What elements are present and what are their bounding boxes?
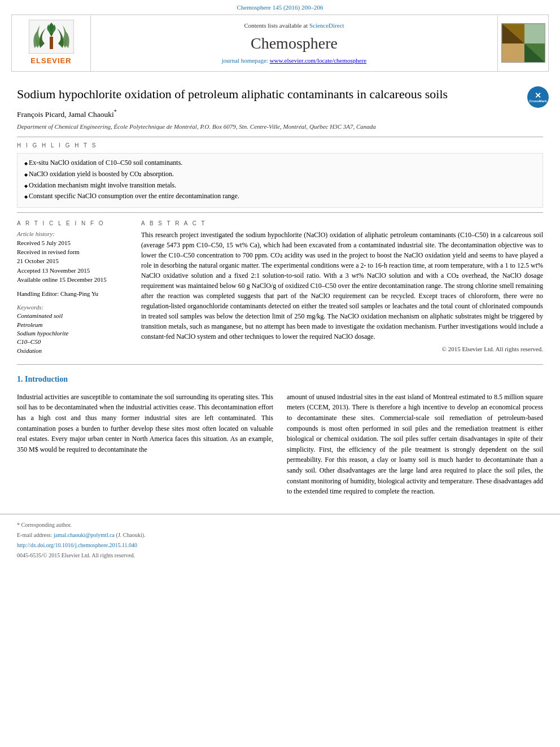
keyword-4: C10–C50 (17, 338, 130, 346)
intro-heading: 1. Introduction (17, 374, 543, 385)
journal-cover-image (501, 23, 545, 63)
intro-columns: Industrial activities are susceptible to… (17, 392, 543, 497)
author-names: François Picard, Jamal Chaouki (17, 110, 114, 119)
handling-editor: Handling Editor: Chang-Ping Yu (17, 290, 130, 298)
accepted-date: Accepted 13 November 2015 (17, 267, 130, 275)
issn-line: 0045-6535/© 2015 Elsevier Ltd. All right… (17, 552, 543, 560)
crossmark-icon[interactable]: ✕ CrossMark (527, 86, 549, 108)
crossmark-badge[interactable]: ✕ CrossMark (527, 86, 549, 108)
journal-homepage: journal homepage: www.elsevier.com/locat… (222, 56, 366, 65)
divider-2 (17, 212, 543, 213)
authors: François Picard, Jamal Chaouki* (17, 108, 543, 120)
email-name: (J. Chaouki). (116, 532, 146, 538)
highlight-item-2: NaClO oxidation yield is boosted by CO₂ … (24, 169, 536, 179)
keywords-label: Keywords: (17, 303, 130, 312)
introduction-section: 1. Introduction Industrial activities ar… (17, 374, 543, 497)
keyword-3: Sodium hypochlorite (17, 329, 130, 338)
article-title: Sodium hypochlorite oxidation of petrole… (17, 86, 543, 103)
elsevier-text: ELSEVIER (30, 56, 71, 66)
highlights-box: Ex-situ NaClO oxidation of C10–C50 soil … (17, 153, 543, 208)
available-date: Available online 15 December 2015 (17, 276, 130, 284)
crossmark-inner: ✕ CrossMark (529, 91, 546, 103)
journal-title: Chemosphere (251, 32, 338, 54)
page-footer: * Corresponding author. E-mail address: … (0, 514, 560, 564)
main-content: Sodium hypochlorite oxidation of petrole… (0, 72, 560, 503)
keywords-section: Keywords: Contaminated soil Petroleum So… (17, 303, 130, 355)
highlights-section: H I G H L I G H T S Ex-situ NaClO oxidat… (17, 142, 543, 208)
doi-link[interactable]: http://dx.doi.org/10.1016/j.chemosphere.… (17, 542, 137, 548)
journal-ref-text: Chemosphere 145 (2016) 200–206 (237, 4, 323, 11)
received-date: Received 5 July 2015 (17, 239, 130, 247)
intro-right-col: amount of unused industrial sites in the… (287, 392, 543, 497)
elsevier-tree-icon (29, 20, 74, 54)
highlight-item-3: Oxidation mechanism might involve transi… (24, 181, 536, 190)
email-link[interactable]: jamal.chaouki@polymtl.ca (54, 532, 115, 538)
revised-label: Received in revised form (17, 248, 130, 256)
journal-reference: Chemosphere 145 (2016) 200–206 (0, 0, 560, 14)
doi-line: http://dx.doi.org/10.1016/j.chemosphere.… (17, 541, 543, 549)
intro-left-text: Industrial activities are susceptible to… (17, 392, 273, 455)
author-asterisk: * (114, 108, 117, 115)
svg-rect-1 (50, 37, 53, 49)
elsevier-logo-area: ELSEVIER (12, 15, 91, 71)
abstract-label: A B S T R A C T (141, 220, 543, 228)
homepage-link[interactable]: www.elsevier.com/locate/chemosphere (270, 57, 367, 64)
email-footnote: E-mail address: jamal.chaouki@polymtl.ca… (17, 531, 543, 539)
elsevier-logo: ELSEVIER (29, 20, 74, 66)
page-container: Chemosphere 145 (2016) 200–206 (0, 0, 560, 564)
article-title-wrapper: Sodium hypochlorite oxidation of petrole… (17, 86, 543, 103)
divider-1 (17, 137, 543, 137)
keyword-1: Contaminated soil (17, 312, 130, 320)
affiliation: Department of Chemical Engineering, Écol… (17, 123, 543, 131)
info-abstract-columns: A R T I C L E I N F O Article history: R… (17, 220, 543, 355)
journal-header: ELSEVIER Contents lists available at Sci… (11, 14, 549, 71)
abstract-column: A B S T R A C T This research project in… (141, 220, 543, 355)
copyright: © 2015 Elsevier Ltd. All rights reserved… (141, 345, 543, 353)
corresponding-author: * Corresponding author. (17, 521, 543, 529)
divider-3 (17, 364, 543, 365)
keyword-5: Oxidation (17, 347, 130, 355)
history-label: Article history: (17, 230, 130, 238)
highlight-item-1: Ex-situ NaClO oxidation of C10–C50 soil … (24, 158, 536, 168)
highlights-label: H I G H L I G H T S (17, 142, 543, 150)
svg-rect-6 (502, 43, 524, 63)
article-info-column: A R T I C L E I N F O Article history: R… (17, 220, 130, 355)
intro-right-text: amount of unused industrial sites in the… (287, 392, 543, 497)
journal-thumbnail (497, 15, 548, 71)
highlight-item-4: Constant specific NaClO consumption over… (24, 191, 536, 201)
footnote-text: * Corresponding author. (17, 522, 72, 528)
email-label: E-mail address: (17, 532, 52, 538)
journal-header-center: Contents lists available at ScienceDirec… (91, 15, 497, 71)
intro-left-col: Industrial activities are susceptible to… (17, 392, 273, 497)
revised-date: 21 October 2015 (17, 257, 130, 265)
article-info-label: A R T I C L E I N F O (17, 220, 130, 228)
science-direct-link[interactable]: ScienceDirect (309, 22, 344, 29)
abstract-text: This research project investigated the s… (141, 230, 543, 342)
keyword-2: Petroleum (17, 321, 130, 329)
article-history-block: Article history: Received 5 July 2015 Re… (17, 230, 130, 284)
science-direct-label: Contents lists available at ScienceDirec… (244, 21, 344, 30)
svg-rect-7 (524, 24, 545, 43)
